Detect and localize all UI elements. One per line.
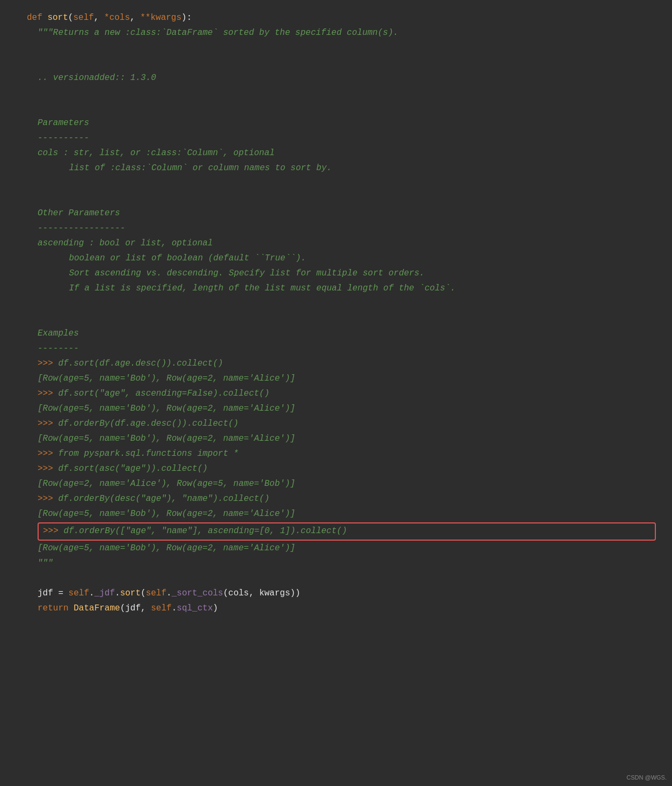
blank-7 bbox=[27, 296, 656, 311]
line-docstring-close: """ bbox=[27, 556, 656, 571]
punc4: ): bbox=[181, 11, 192, 25]
blank-3 bbox=[27, 86, 656, 101]
ascending-param: ascending : bool or list, optional bbox=[38, 237, 213, 251]
line-ex3-prompt: >>> df.orderBy(df.age.desc()).collect() bbox=[27, 417, 656, 432]
punc2: , bbox=[94, 11, 104, 25]
paren5: ) bbox=[213, 602, 218, 616]
prompt2: >>> bbox=[38, 387, 58, 401]
comma1: , bbox=[249, 587, 259, 601]
function-name: sort bbox=[47, 11, 68, 25]
ex3-result: [Row(age=5, name='Bob'), Row(age=2, name… bbox=[38, 432, 295, 446]
line-ex7-result: [Row(age=5, name='Bob'), Row(age=2, name… bbox=[27, 541, 656, 556]
prompt6: >>> bbox=[38, 492, 58, 506]
return-kw: return bbox=[38, 602, 74, 616]
params-separator: ---------- bbox=[38, 132, 89, 145]
line-jdf: jdf = self._jdf.sort(self._sort_cols(col… bbox=[27, 586, 656, 601]
sort-method: sort bbox=[120, 587, 141, 601]
line-ex7-prompt-highlighted: >>> df.orderBy(["age", "name"], ascendin… bbox=[38, 522, 656, 541]
line-def: def sort(self, *cols, **kwargs): bbox=[27, 11, 656, 26]
punc3: , bbox=[130, 11, 140, 25]
line-ex1-prompt: >>> df.sort(df.age.desc()).collect() bbox=[27, 356, 656, 372]
prompt1: >>> bbox=[38, 357, 58, 371]
line-ex3-result: [Row(age=5, name='Bob'), Row(age=2, name… bbox=[27, 432, 656, 447]
parens3: )) bbox=[290, 587, 301, 601]
line-ex6-prompt: >>> df.orderBy(desc("age"), "name").coll… bbox=[27, 492, 656, 507]
cols-arg: cols bbox=[228, 587, 249, 601]
blank-2 bbox=[27, 56, 656, 71]
line-return: return DataFrame(jdf, self.sql_ctx) bbox=[27, 601, 656, 616]
line-docstring-open: """Returns a new :class:`DataFrame` sort… bbox=[27, 26, 656, 41]
ex7-code: df.orderBy(["age", "name"], ascending=[0… bbox=[63, 525, 347, 538]
line-ex2-prompt: >>> df.sort("age", ascending=False).coll… bbox=[27, 387, 656, 402]
code-container: def sort(self, *cols, **kwargs): """Retu… bbox=[0, 0, 672, 786]
dot2: . bbox=[115, 587, 120, 601]
examples-separator: -------- bbox=[38, 342, 79, 356]
blank-6 bbox=[27, 191, 656, 206]
ex5-code: df.sort(asc("age")).collect() bbox=[58, 462, 207, 476]
line-versionadded: .. versionadded:: 1.3.0 bbox=[27, 71, 656, 86]
star-cols: *cols bbox=[104, 11, 130, 25]
ex5-result: [Row(age=2, name='Alice'), Row(age=5, na… bbox=[38, 477, 295, 491]
docstring-close: """ bbox=[38, 557, 53, 571]
paren4: ( bbox=[120, 602, 126, 616]
ex7-result: [Row(age=5, name='Bob'), Row(age=2, name… bbox=[38, 542, 295, 556]
ex2-result: [Row(age=5, name='Bob'), Row(age=2, name… bbox=[38, 402, 295, 416]
ex3-code: df.orderBy(df.age.desc()).collect() bbox=[58, 417, 238, 431]
blank-1 bbox=[27, 41, 656, 56]
dot1: . bbox=[89, 587, 94, 601]
ascending-desc3: If a list is specified, length of the li… bbox=[48, 282, 456, 296]
line-examples: Examples bbox=[27, 326, 656, 341]
ascending-desc2: Sort ascending vs. descending. Specify l… bbox=[48, 267, 425, 281]
line-ex6-result: [Row(age=5, name='Bob'), Row(age=2, name… bbox=[27, 507, 656, 522]
ex6-code: df.orderBy(desc("age"), "name").collect(… bbox=[58, 492, 269, 506]
line-ex4-prompt: >>> from pyspark.sql.functions import * bbox=[27, 447, 656, 462]
ascending-desc1: boolean or list of boolean (default ``Tr… bbox=[48, 252, 306, 266]
examples-heading: Examples bbox=[38, 327, 79, 341]
blank-9 bbox=[27, 571, 656, 586]
prompt4: >>> bbox=[38, 447, 58, 461]
line-ascending-param: ascending : bool or list, optional bbox=[27, 236, 656, 251]
comma2: , bbox=[141, 602, 151, 616]
keyword-def: def bbox=[27, 11, 47, 25]
kwargs: **kwargs bbox=[140, 11, 181, 25]
dataframe-class: DataFrame bbox=[74, 602, 120, 616]
kwargs-arg: kwargs bbox=[259, 587, 290, 601]
line-ex5-result: [Row(age=2, name='Alice'), Row(age=5, na… bbox=[27, 477, 656, 492]
watermark: CSDN @WGS. bbox=[626, 774, 667, 781]
blank-8 bbox=[27, 311, 656, 326]
docstring-open: """Returns a new :class:`DataFrame` sort… bbox=[38, 26, 398, 40]
self2: self bbox=[146, 587, 166, 601]
sql-ctx: sql_ctx bbox=[177, 602, 213, 616]
other-params-heading: Other Parameters bbox=[38, 207, 120, 221]
line-cols-param: cols : str, list, or :class:`Column`, op… bbox=[27, 146, 656, 161]
line-examples-sep: -------- bbox=[27, 341, 656, 356]
jdf-var: jdf bbox=[38, 587, 58, 601]
paren2: ( bbox=[223, 587, 229, 601]
prompt3: >>> bbox=[38, 417, 58, 431]
ex1-result: [Row(age=5, name='Bob'), Row(age=2, name… bbox=[38, 372, 295, 386]
jdf-attr: _jdf bbox=[94, 587, 115, 601]
line-cols-desc: list of :class:`Column` or column names … bbox=[27, 161, 656, 176]
line-parameters: Parameters bbox=[27, 116, 656, 131]
ex6-result: [Row(age=5, name='Bob'), Row(age=2, name… bbox=[38, 507, 295, 521]
equals: = bbox=[58, 587, 68, 601]
ex1-code: df.sort(df.age.desc()).collect() bbox=[58, 357, 223, 371]
self3: self bbox=[151, 602, 171, 616]
ex2-code: df.sort("age", ascending=False).collect(… bbox=[58, 387, 269, 401]
prompt5: >>> bbox=[38, 462, 58, 476]
self-kw: self bbox=[73, 11, 93, 25]
self1: self bbox=[69, 587, 89, 601]
prompt7: >>> bbox=[43, 525, 63, 538]
line-other-params: Other Parameters bbox=[27, 206, 656, 221]
parameters-heading: Parameters bbox=[38, 117, 89, 130]
line-ex5-prompt: >>> df.sort(asc("age")).collect() bbox=[27, 462, 656, 477]
cols-param: cols : str, list, or :class:`Column`, op… bbox=[38, 147, 275, 161]
other-separator: ----------------- bbox=[38, 222, 125, 236]
line-ex2-result: [Row(age=5, name='Bob'), Row(age=2, name… bbox=[27, 402, 656, 417]
line-ascending-desc2: Sort ascending vs. descending. Specify l… bbox=[27, 266, 656, 281]
punc: ( bbox=[68, 11, 74, 25]
line-other-sep: ----------------- bbox=[27, 221, 656, 236]
dot4: . bbox=[172, 602, 177, 616]
versionadded: .. versionadded:: 1.3.0 bbox=[38, 71, 156, 85]
cols-desc: list of :class:`Column` or column names … bbox=[48, 162, 332, 176]
